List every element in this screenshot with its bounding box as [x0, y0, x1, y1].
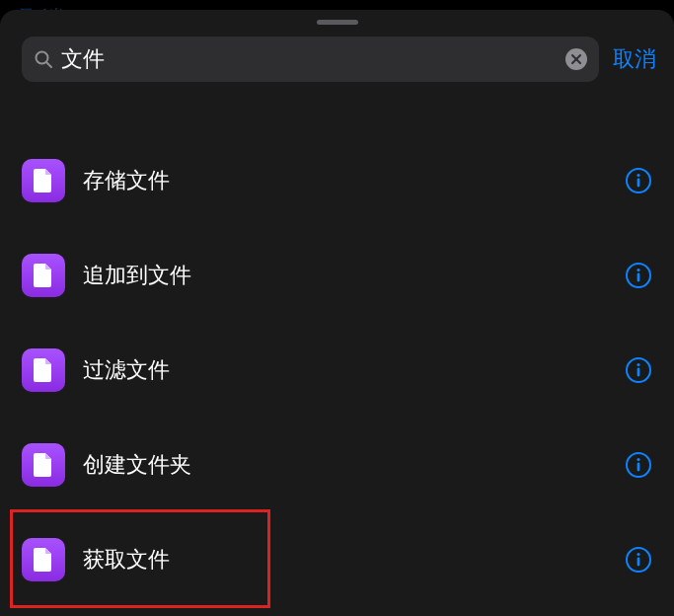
- info-button[interactable]: [625, 262, 652, 289]
- info-icon: [625, 546, 652, 574]
- info-button[interactable]: [625, 546, 652, 574]
- sheet-grabber[interactable]: [317, 20, 358, 25]
- svg-rect-18: [637, 558, 640, 567]
- svg-line-1: [46, 62, 51, 67]
- results-list: 存储文件 追加到文件 过滤文件: [0, 133, 674, 607]
- clear-search-button[interactable]: [565, 48, 587, 70]
- svg-rect-15: [637, 463, 640, 472]
- file-icon: [22, 443, 65, 487]
- result-item-save-file[interactable]: 存储文件: [0, 133, 674, 228]
- info-button[interactable]: [625, 167, 652, 194]
- result-item-append-file[interactable]: 追加到文件: [0, 228, 674, 323]
- file-icon: [22, 538, 65, 581]
- info-icon: [625, 451, 652, 479]
- svg-point-5: [637, 174, 639, 177]
- svg-point-8: [637, 269, 639, 271]
- info-icon: [625, 167, 652, 194]
- search-input[interactable]: [61, 46, 558, 72]
- result-item-filter-file[interactable]: 过滤文件: [0, 323, 674, 418]
- result-item-label: 存储文件: [83, 166, 625, 195]
- result-item-get-file[interactable]: 获取文件: [0, 512, 674, 607]
- info-button[interactable]: [625, 356, 652, 384]
- svg-rect-9: [637, 273, 640, 282]
- file-icon: [22, 254, 65, 297]
- search-panel: 取消 存储文件 追加到文件 过滤文件: [0, 10, 674, 616]
- svg-point-14: [637, 458, 639, 461]
- search-row: 取消: [0, 37, 674, 82]
- svg-point-11: [637, 363, 639, 366]
- cancel-button[interactable]: 取消: [613, 44, 656, 74]
- info-icon: [625, 262, 652, 289]
- file-icon: [22, 348, 65, 392]
- result-item-label: 过滤文件: [83, 355, 625, 385]
- search-icon: [34, 49, 53, 69]
- result-item-create-folder[interactable]: 创建文件夹: [0, 418, 674, 512]
- result-item-label: 追加到文件: [83, 261, 625, 290]
- result-item-label: 获取文件: [83, 545, 625, 575]
- svg-point-17: [637, 553, 639, 556]
- info-button[interactable]: [625, 451, 652, 479]
- search-field[interactable]: [22, 37, 599, 82]
- file-icon: [22, 159, 65, 202]
- svg-rect-12: [637, 368, 640, 377]
- svg-rect-6: [637, 179, 640, 188]
- info-icon: [625, 356, 652, 384]
- result-item-label: 创建文件夹: [83, 450, 625, 480]
- close-icon: [571, 54, 581, 64]
